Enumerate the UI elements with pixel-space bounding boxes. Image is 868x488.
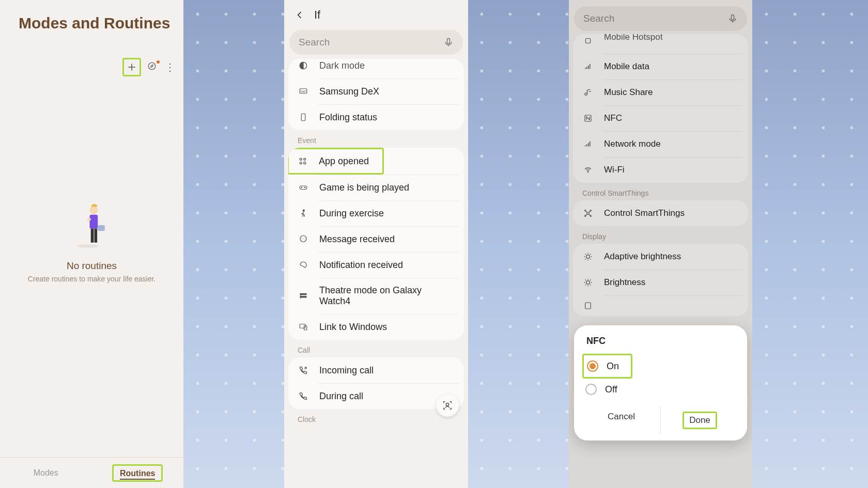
svg-rect-5 xyxy=(90,229,94,243)
list-item-label: Message received xyxy=(319,234,395,245)
svg-point-15 xyxy=(300,162,302,164)
list-item-label: App opened xyxy=(319,156,369,167)
svg-rect-6 xyxy=(94,229,97,243)
dex-icon: DeX xyxy=(298,86,309,97)
list-item[interactable]: NFC xyxy=(573,105,748,131)
list-item-app-opened[interactable]: App opened xyxy=(288,148,464,175)
list-item-label: Incoming call xyxy=(319,365,374,376)
phone-screen-1: Modes and Routines ⋮ No routines Create … xyxy=(0,0,183,488)
svg-point-17 xyxy=(304,187,305,188)
cancel-label: Cancel xyxy=(608,412,635,421)
list-item-label: Wi-Fi xyxy=(604,165,625,175)
bottom-tabs: Modes Routines xyxy=(0,457,183,488)
tab-routines[interactable]: Routines xyxy=(92,458,184,488)
page-title: Modes and Routines xyxy=(0,0,183,37)
mic-icon[interactable] xyxy=(443,37,454,48)
list-item[interactable]: Message received xyxy=(288,226,464,252)
radio-option-off[interactable]: Off xyxy=(582,379,739,400)
svg-point-35 xyxy=(586,255,590,259)
search-input[interactable]: Search xyxy=(574,6,747,31)
tab-modes-label: Modes xyxy=(34,468,58,478)
svg-rect-37 xyxy=(585,303,591,309)
add-routine-button[interactable] xyxy=(122,58,141,76)
list-item-label: Dark mode xyxy=(319,60,365,71)
svg-rect-4 xyxy=(87,218,91,221)
list-item-label: Notification received xyxy=(319,260,403,271)
wifi-icon xyxy=(582,164,594,176)
list-item-label: Music Share xyxy=(604,87,653,98)
list-item[interactable]: Music Share xyxy=(573,80,748,105)
music-share-icon xyxy=(582,87,594,98)
svg-point-29 xyxy=(587,171,588,172)
list-item[interactable] xyxy=(573,295,748,316)
list-item-label: NFC xyxy=(604,113,622,123)
discover-button[interactable] xyxy=(147,61,159,73)
list-item[interactable]: Control SmartThings xyxy=(573,200,748,226)
incoming-call-icon xyxy=(298,365,309,376)
phone-screen-2: If Search Dark mode DeX Samsung DeX xyxy=(284,0,468,488)
svg-rect-25 xyxy=(732,15,734,20)
screen-icon xyxy=(582,300,594,311)
tab-modes[interactable]: Modes xyxy=(0,458,92,488)
list-item[interactable]: Link to Windows xyxy=(288,314,464,340)
svg-point-0 xyxy=(148,62,156,70)
list-item[interactable]: Theatre mode on Galaxy Watch4 xyxy=(288,278,464,314)
dialog-title: NFC xyxy=(582,336,739,354)
mic-icon[interactable] xyxy=(727,13,738,24)
list-item-label: Network mode xyxy=(604,139,661,149)
empty-subtitle: Create routines to make your life easier… xyxy=(28,275,156,283)
svg-rect-2 xyxy=(89,215,98,229)
game-icon xyxy=(298,182,309,193)
list-item[interactable]: Brightness xyxy=(573,270,748,295)
list-item-label: Folding status xyxy=(319,112,377,123)
list-item[interactable]: Folding status xyxy=(288,104,464,130)
mobile-data-icon xyxy=(582,61,594,72)
exercise-icon xyxy=(298,208,309,219)
radio-option-on[interactable]: On xyxy=(582,354,632,379)
list-item[interactable]: DeX Samsung DeX xyxy=(288,78,464,104)
link-windows-icon xyxy=(298,321,309,333)
list-item[interactable]: Notification received xyxy=(288,252,464,278)
svg-point-14 xyxy=(304,158,306,160)
nfc-dialog: NFC On Off Cancel Done xyxy=(574,325,747,440)
svg-point-13 xyxy=(300,158,302,160)
empty-illustration-icon xyxy=(71,199,113,251)
svg-point-1 xyxy=(77,244,98,248)
list-item[interactable]: Mobile data xyxy=(573,54,748,80)
wallpaper-strip xyxy=(752,0,868,488)
svg-point-27 xyxy=(585,93,587,96)
list-item[interactable]: Wi-Fi xyxy=(573,157,748,183)
list-item[interactable]: Adaptive brightness xyxy=(573,244,748,270)
dark-mode-icon xyxy=(298,60,309,71)
tab-routines-label: Routines xyxy=(120,469,155,480)
radio-label: Off xyxy=(605,384,617,395)
list-item[interactable]: Incoming call xyxy=(288,357,464,383)
list-item[interactable]: Mobile Hotspot xyxy=(573,34,748,54)
smartthings-icon xyxy=(582,208,594,219)
search-placeholder: Search xyxy=(583,13,614,24)
svg-rect-12 xyxy=(301,114,305,121)
brightness-icon xyxy=(582,277,594,288)
notification-icon xyxy=(298,259,309,271)
list-item-label: During call xyxy=(319,391,363,402)
scan-button[interactable] xyxy=(436,394,459,417)
search-input[interactable]: Search xyxy=(289,30,463,55)
list-item[interactable]: Game is being played xyxy=(288,175,464,200)
list-item-label: Samsung DeX xyxy=(319,86,379,97)
message-icon xyxy=(298,233,309,245)
list-item-label: Control SmartThings xyxy=(604,208,685,218)
svg-rect-22 xyxy=(300,324,305,328)
svg-rect-7 xyxy=(98,225,105,231)
list-item[interactable]: Network mode xyxy=(573,131,748,157)
svg-point-36 xyxy=(586,281,590,285)
svg-point-18 xyxy=(303,210,304,211)
done-button[interactable]: Done xyxy=(660,406,739,434)
svg-point-24 xyxy=(446,403,449,406)
svg-rect-8 xyxy=(447,39,450,44)
back-button[interactable] xyxy=(295,10,305,20)
more-options-button[interactable]: ⋮ xyxy=(165,61,173,73)
cancel-button[interactable]: Cancel xyxy=(582,406,660,434)
notification-dot-icon xyxy=(157,60,160,64)
list-item[interactable]: Dark mode xyxy=(288,59,464,78)
list-item[interactable]: During exercise xyxy=(288,200,464,226)
